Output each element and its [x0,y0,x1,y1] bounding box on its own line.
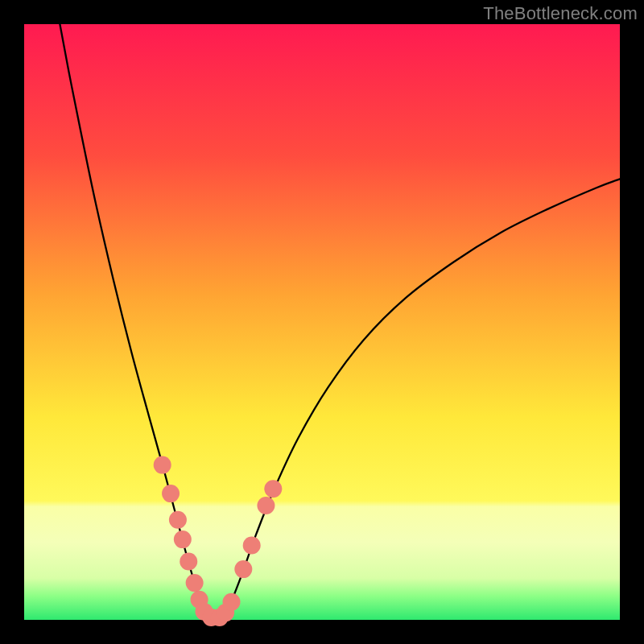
marker-dot [243,537,261,555]
right-curve-path [221,179,620,618]
marker-dot [154,456,171,474]
right-curve [221,179,620,618]
left-curve-path [60,24,210,619]
marker-dot [264,480,282,497]
marker-dot [162,485,180,502]
marker-dot [234,560,252,578]
left-curve [60,24,210,619]
marker-dot [169,511,187,529]
marker-dot [223,593,241,611]
marker-group [154,456,283,626]
watermark-text: TheBottleneck.com [483,3,638,24]
marker-dot [180,552,197,570]
marker-dot [174,530,192,548]
marker-dot [186,574,204,592]
chart-frame: TheBottleneck.com [0,0,644,644]
chart-svg [24,24,620,620]
marker-dot [257,497,275,514]
